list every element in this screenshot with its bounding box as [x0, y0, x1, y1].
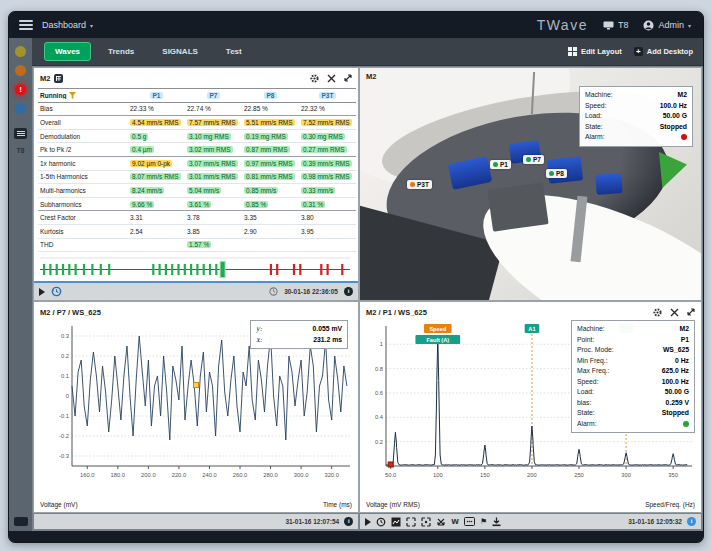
info-key: y:: [256, 324, 262, 335]
info-key: Machine:: [585, 90, 613, 101]
info-button[interactable]: i: [344, 287, 353, 296]
machine-badge-icon: [54, 74, 63, 83]
sidebar-bottom-monitor-icon[interactable]: [14, 517, 28, 526]
info-button[interactable]: i: [687, 517, 696, 526]
table-row[interactable]: Crest Factor3.313.783.353.80: [38, 211, 356, 225]
column-header[interactable]: Running: [38, 92, 126, 99]
dashboard-label: Dashboard: [42, 20, 86, 30]
sensor-tag-p7[interactable]: P7: [523, 155, 544, 164]
status-warning-icon[interactable]: [15, 46, 26, 57]
device-label: T8: [618, 20, 629, 30]
download-icon[interactable]: [492, 517, 501, 527]
hamburger-menu-icon[interactable]: [19, 18, 33, 32]
gear-icon[interactable]: [652, 307, 663, 318]
table-cell: 3.78: [183, 214, 240, 221]
tab-test[interactable]: Test: [215, 42, 253, 61]
history-icon[interactable]: [51, 286, 62, 297]
svg-text:0.3: 0.3: [61, 333, 69, 339]
status-alert-icon[interactable]: [15, 65, 26, 76]
table-row[interactable]: THD1.57 %: [38, 239, 356, 253]
expand-icon[interactable]: [343, 73, 353, 83]
status-alarm-icon[interactable]: !: [15, 84, 26, 95]
table-row[interactable]: Overall4.54 mm/s RMS7.57 mm/s RMS5.51 mm…: [38, 116, 356, 130]
table-cell: 0.4 µm: [126, 146, 183, 153]
expand-icon[interactable]: [686, 307, 696, 317]
caret-down-icon: ▾: [90, 22, 93, 29]
column-header[interactable]: P3T: [297, 92, 354, 99]
table-row[interactable]: Bias22.33 %22.74 %22.85 %22.32 %: [38, 103, 356, 117]
sensor-tag-p8[interactable]: P8: [546, 169, 567, 178]
window-mode-icon[interactable]: W: [451, 518, 459, 526]
plus-icon: +: [634, 47, 643, 56]
cell-value: 22.74 %: [187, 105, 211, 112]
peak-search-right-icon[interactable]: [436, 517, 446, 527]
band-icon[interactable]: [464, 517, 475, 526]
table-row[interactable]: 1-5th Harmonics8.07 mm/s RMS3.01 mm/s RM…: [38, 171, 356, 185]
info-value: 50.00 G: [663, 111, 687, 122]
cell-value: 2.54: [130, 228, 143, 235]
cell-value: 3.80: [301, 214, 314, 221]
table-cell: 1.57 %: [183, 241, 240, 248]
history-icon[interactable]: [376, 517, 386, 527]
caret-down-icon: ▾: [688, 22, 691, 29]
column-header-label: P3T: [319, 92, 337, 99]
table-row[interactable]: Kurtosis2.543.852.903.95: [38, 225, 356, 239]
table-row[interactable]: Multi-harmonics8.24 mm/s5.04 mm/s0.85 mm…: [38, 184, 356, 198]
info-row: Load:50.00 G: [585, 111, 687, 122]
table-cell: 9.02 µm 0-pk: [126, 160, 183, 167]
play-icon[interactable]: [365, 518, 371, 526]
column-header[interactable]: P1: [126, 92, 183, 99]
table-cell: 3.95: [297, 228, 354, 235]
chart-image-icon[interactable]: [391, 517, 401, 527]
y-axis-label: Voltage (mV): [40, 501, 78, 508]
info-row: Load:50.00 G: [577, 387, 689, 398]
device-list-icon[interactable]: [14, 128, 27, 139]
device-button[interactable]: T8: [603, 20, 629, 30]
x-axis-label: Speed/Freq. (Hz): [645, 501, 695, 508]
close-icon[interactable]: [670, 308, 679, 317]
table-cell: 0.27 mm RMS: [297, 146, 354, 153]
table-cell: 7.52 mm/s RMS: [297, 119, 354, 126]
cell-value: 22.33 %: [130, 105, 154, 112]
svg-text:Fault (A): Fault (A): [426, 337, 449, 343]
tab-waves[interactable]: Waves: [44, 42, 91, 61]
edit-layout-button[interactable]: Edit Layout: [568, 47, 622, 56]
table-cell: 3.85: [183, 228, 240, 235]
svg-text:200: 200: [527, 472, 537, 478]
tab-signals[interactable]: SIGNALS: [151, 42, 209, 61]
info-key: State:: [577, 408, 595, 419]
sensor-tag-p3t[interactable]: P3T: [407, 180, 432, 189]
table-row[interactable]: 1x harmonic9.02 µm 0-pk3.07 mm/s RMS0.97…: [38, 157, 356, 171]
sensor-tag-p1[interactable]: P1: [490, 160, 511, 169]
svg-text:Speed: Speed: [429, 326, 446, 332]
info-button[interactable]: i: [344, 517, 353, 526]
cell-value: 5.04 mm/s: [187, 187, 221, 194]
add-desktop-button[interactable]: + Add Desktop: [634, 47, 693, 56]
svg-text:-0.1: -0.1: [59, 413, 69, 419]
sensor-status-dot: [410, 182, 415, 187]
row-label: Multi-harmonics: [38, 187, 126, 194]
peak-search-center-icon[interactable]: [421, 517, 431, 527]
table-row[interactable]: Demodulation0.5 g3.10 mg RMS0.19 mg RMS0…: [38, 130, 356, 144]
table-cell: 3.80: [297, 214, 354, 221]
flag-icon[interactable]: ⚑: [480, 518, 487, 526]
column-header[interactable]: P7: [183, 92, 240, 99]
status-info-icon[interactable]: [15, 103, 26, 114]
panel-waveform: M2 / P7 / WS_625 0.30.20.10-0.1-0.2-0.31…: [34, 302, 358, 512]
peak-search-left-icon[interactable]: [406, 517, 416, 527]
cell-value: 3.10 mg RMS: [187, 133, 231, 140]
table-row[interactable]: Subharmonics9.66 %3.61 %0.85 %0.31 %: [38, 198, 356, 212]
user-menu[interactable]: Admin ▾: [643, 20, 691, 31]
column-header[interactable]: P8: [240, 92, 297, 99]
gear-icon[interactable]: [309, 73, 320, 84]
cell-value: 3.01 mm/s RMS: [187, 173, 238, 180]
measurement-timeline[interactable]: 21:3022:0022:3023:0023:30: [34, 252, 358, 281]
info-row: bias:0.259 V: [577, 398, 689, 409]
tab-trends[interactable]: Trends: [97, 42, 145, 61]
gearbox-shape: [487, 182, 548, 231]
close-icon[interactable]: [327, 74, 336, 83]
machine-info-box: Machine:M2Speed:100.0 HzLoad:50.00 GStat…: [579, 86, 693, 147]
table-row[interactable]: Pk to Pk /20.4 µm3.02 mm RMS0.87 mm RMS0…: [38, 143, 356, 157]
dashboard-menu[interactable]: Dashboard ▾: [42, 20, 93, 30]
play-icon[interactable]: [39, 288, 45, 296]
